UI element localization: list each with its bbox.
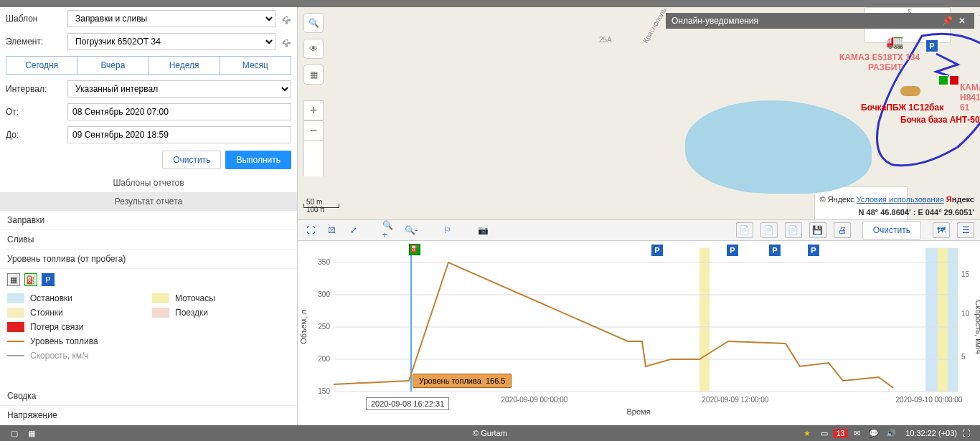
export-doc-icon[interactable]: 📄 [736, 222, 753, 238]
close-icon[interactable]: ✕ [956, 16, 969, 26]
svg-text:250: 250 [318, 323, 330, 331]
element-select[interactable]: Погрузчик 6502ОТ 34 [67, 33, 275, 50]
tab-today[interactable]: Сегодня [6, 57, 77, 74]
event-marker[interactable] [949, 75, 959, 85]
map-view-icon[interactable]: 🗺 [933, 222, 950, 238]
notif-title: Онлайн-уведомления [672, 16, 758, 26]
result-section[interactable]: Результат отчета [0, 192, 297, 211]
export-pdf-icon[interactable]: 📄 [760, 222, 778, 238]
templates-section[interactable]: Шаблоны отчетов [0, 174, 297, 192]
from-input[interactable] [67, 103, 291, 120]
fuel-marker[interactable] [938, 75, 948, 85]
toggle-chart-icon[interactable]: ▦ [7, 273, 20, 286]
send-icon[interactable]: ✉ [849, 427, 864, 439]
to-input[interactable] [67, 126, 291, 143]
save-icon[interactable]: 💾 [809, 222, 826, 238]
report-item[interactable]: Напряжение [0, 406, 297, 425]
svg-text:10: 10 [961, 310, 970, 318]
svg-text:2020-09-09 12:00:00: 2020-09-09 12:00:00 [702, 396, 769, 404]
chat-icon[interactable]: 💬 [867, 427, 881, 439]
map[interactable]: Краснополь 25А 5 4 6А 7Б 7 8А КАМАЗ Е518… [298, 7, 980, 219]
legend-parking: Стоянки [30, 308, 63, 318]
report-item[interactable]: Сводка [0, 387, 297, 406]
parking-event-marker[interactable]: P [726, 244, 739, 257]
terms-link[interactable]: Условия использования [857, 195, 944, 204]
svg-text:150: 150 [318, 387, 330, 395]
tab-yesterday[interactable]: Вчера [77, 57, 149, 74]
fullscreen-icon[interactable]: ⛶ [958, 427, 973, 439]
map-attribution: © Яндекс Условия использования Яндекс [819, 195, 974, 204]
svg-text:5: 5 [961, 353, 966, 361]
sound-icon[interactable]: 🔊 [884, 427, 898, 439]
legend-swatch [7, 293, 24, 303]
star-icon[interactable]: ★ [800, 427, 814, 439]
tab-month[interactable]: Месяц [220, 57, 291, 74]
to-label: До: [6, 130, 63, 140]
legend-swatch [152, 293, 169, 303]
layout-1-icon[interactable]: ▢ [7, 427, 22, 439]
print-icon[interactable]: 🖨 [834, 222, 851, 238]
scale-bar: 50 m 100 ft [303, 204, 339, 214]
clear-area-icon[interactable]: ⛝ [325, 223, 339, 237]
gear-icon[interactable] [280, 36, 291, 47]
pin-icon[interactable]: 📌 [939, 16, 956, 26]
right-panel: Краснополь 25А 5 4 6А 7Б 7 8А КАМАЗ Е518… [298, 7, 980, 425]
search-icon[interactable]: 🔍 [303, 13, 324, 33]
run-button[interactable]: Выполнить [225, 151, 291, 169]
gear-icon[interactable] [280, 13, 291, 24]
zoom-out-icon[interactable]: 🔍- [404, 223, 418, 237]
flag-icon[interactable]: ⚐ [440, 223, 454, 237]
fuel-icon[interactable]: ⛽ [24, 273, 37, 286]
list-view-icon[interactable]: ☰ [957, 222, 974, 238]
legend-trips: Поездки [175, 308, 208, 318]
parking-icon[interactable]: P [42, 273, 55, 286]
legend-motohours: Моточасы [175, 293, 215, 303]
from-label: От: [6, 107, 63, 117]
legend-swatch [7, 308, 24, 318]
clear-button[interactable]: Очистить [162, 151, 221, 169]
zoom-in-icon[interactable]: 🔍+ [382, 223, 397, 237]
truck-icon[interactable]: 🚛 [886, 32, 904, 49]
parking-event-marker[interactable]: P [651, 244, 664, 257]
legend-swatch [152, 308, 169, 318]
parking-marker[interactable]: P [925, 39, 938, 52]
crosshair-time: 2020-09-08 16:22:31 [366, 397, 449, 410]
period-tabs: Сегодня Вчера Неделя Месяц [6, 56, 291, 75]
report-item[interactable]: Заправки [0, 211, 297, 230]
eye-icon[interactable]: 👁 [303, 39, 324, 59]
svg-text:200: 200 [318, 355, 330, 363]
tank-icon[interactable] [900, 86, 920, 96]
zoom-in-button[interactable]: + [303, 100, 324, 120]
export-xls-icon[interactable]: 📄 [785, 222, 802, 238]
report-item[interactable]: Сливы [0, 230, 297, 250]
bottom-bar: ▢ ▦ © Gurtam ★ ▭ 13 ✉ 💬 🔊 10:32:22 (+03)… [0, 425, 980, 441]
legend-stops: Остановки [30, 293, 72, 303]
zoom-out-button[interactable]: − [303, 120, 324, 141]
svg-text:Объем, л: Объем, л [299, 310, 308, 344]
copyright: © Gurtam [473, 429, 507, 437]
svg-rect-0 [699, 248, 710, 392]
layout-grid-icon[interactable]: ▦ [24, 427, 39, 439]
parking-event-marker[interactable]: P [807, 244, 820, 257]
fuel-event-marker[interactable]: ⛽ [409, 244, 420, 255]
select-area-icon[interactable]: ⛶ [303, 223, 318, 237]
interval-label: Интервал: [6, 84, 63, 94]
camera-icon[interactable]: 📷 [476, 223, 490, 237]
chart[interactable]: 150 200 250 300 350 5 10 15 2020-09-09 0… [298, 241, 980, 425]
svg-rect-2 [938, 248, 948, 392]
messages-icon[interactable]: ▭ [817, 427, 831, 439]
fit-icon[interactable]: ⤢ [347, 223, 361, 237]
clock: 10:32:22 (+03) [905, 429, 957, 437]
legend-swatch [7, 322, 24, 332]
legend-line [7, 355, 24, 356]
svg-text:15: 15 [961, 270, 970, 278]
tab-week[interactable]: Неделя [149, 57, 220, 74]
parking-event-marker[interactable]: P [768, 244, 781, 257]
layers-icon[interactable]: ▦ [303, 65, 324, 85]
interval-select[interactable]: Указанный интервал [67, 80, 291, 98]
report-item[interactable]: Уровень топлива (от пробега) [0, 250, 297, 269]
template-select[interactable]: Заправки и сливы [67, 10, 275, 27]
chart-clear-button[interactable]: Очистить [862, 221, 921, 240]
chart-toolbar: ⛶ ⛝ ⤢ 🔍+ 🔍- ⚐ 📷 📄 📄 📄 💾 🖨 Очистить 🗺 ☰ [298, 219, 980, 241]
zoom-slider[interactable] [303, 141, 324, 176]
